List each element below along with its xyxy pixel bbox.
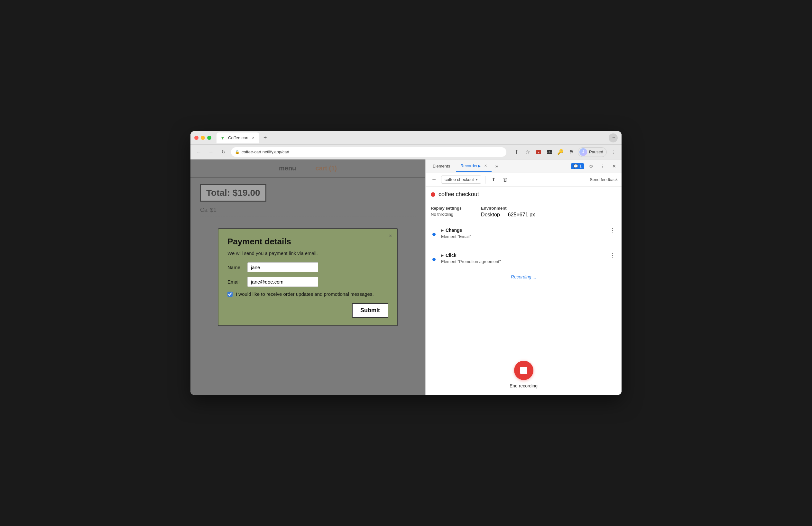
url-text: coffee-cart.netlify.app/cart [242, 150, 503, 154]
toolbar-separator [485, 176, 485, 184]
event-more-button-1[interactable]: ⋮ [609, 226, 617, 234]
chat-count: 1 [579, 164, 582, 168]
devtools-more-button[interactable]: » [493, 163, 501, 169]
devtools-right-icons: 💬 1 ⚙ ⋮ ✕ [571, 161, 619, 171]
recording-title: coffee checkout [438, 191, 479, 198]
event-element-1: Element "Email" [441, 234, 617, 239]
recorder-toolbar: + coffee checkout ▾ ⬆ 🗑 Send feedback [426, 173, 622, 186]
event-change: ▶ Change ⋮ Element "Email" [426, 224, 622, 249]
submit-button[interactable]: Submit [352, 303, 388, 318]
event-timeline-2 [431, 252, 437, 262]
profile-button[interactable]: J Paused [578, 147, 607, 157]
share-icon[interactable]: ⬆ [512, 148, 521, 156]
checkbox-row: I would like to receive order updates an… [228, 291, 388, 297]
elements-tab-label: Elements [433, 164, 450, 168]
devtools-panel: Elements Recorder ▶ ✕ » 💬 1 ⚙ ⋮ ✕ [425, 160, 622, 395]
payment-modal: × Payment details We will send you a pay… [218, 228, 398, 326]
chat-icon: 💬 [573, 164, 578, 168]
extension-icon-4[interactable]: ⚑ [567, 148, 576, 156]
event-element-2: Element "Promotion agreement" [441, 259, 617, 264]
delete-icon: 🗑 [503, 177, 508, 182]
event-header-1[interactable]: ▶ Change ⋮ [441, 226, 617, 234]
lock-icon: 🔒 [235, 150, 240, 154]
event-dot-1 [432, 233, 436, 236]
customize-chrome-button[interactable]: ⋯ [609, 133, 618, 142]
promotion-checkbox[interactable] [228, 291, 233, 297]
no-throttling-value: No throttling [431, 212, 462, 217]
reload-button[interactable]: ↻ [219, 148, 228, 156]
name-input[interactable] [247, 262, 318, 272]
email-input[interactable] [247, 277, 318, 287]
extension-icon-3[interactable]: 🔑 [556, 148, 565, 156]
webpage-panel: menu cart (1) Total: $19.00 Ca $1 — — — … [190, 160, 425, 395]
event-dot-2 [432, 258, 436, 261]
devtools-close-button[interactable]: ✕ [609, 161, 619, 171]
tab-bar: ▼ Coffee cart ✕ + [217, 133, 606, 144]
email-label: Email [228, 279, 244, 285]
delete-button[interactable]: 🗑 [501, 175, 510, 184]
event-more-button-2[interactable]: ⋮ [609, 252, 617, 259]
event-header-2[interactable]: ▶ Click ⋮ [441, 252, 617, 259]
browser-tab[interactable]: ▼ Coffee cart ✕ [217, 133, 259, 144]
tab-elements[interactable]: Elements [428, 161, 454, 172]
chat-badge[interactable]: 💬 1 [571, 163, 584, 169]
checkbox-label[interactable]: I would like to receive order updates an… [236, 291, 374, 297]
new-tab-button[interactable]: + [261, 133, 270, 142]
close-traffic-light[interactable] [194, 136, 199, 140]
extension-icon-2[interactable]: </> [545, 148, 554, 156]
export-button[interactable]: ⬆ [489, 175, 498, 184]
expand-arrow-2: ▶ [441, 253, 444, 257]
dimensions-label: 625×671 px [508, 212, 535, 218]
address-input[interactable]: 🔒 coffee-cart.netlify.app/cart [231, 147, 506, 157]
paused-label: Paused [589, 150, 603, 154]
recorder-content[interactable]: coffee checkout Replay settings No throt… [426, 186, 622, 354]
recording-status-text: Recording ... [511, 274, 536, 280]
event-type-2: Click [446, 253, 456, 258]
modal-close-button[interactable]: × [389, 233, 392, 240]
tab-label: Coffee cart [228, 135, 248, 140]
modal-overlay: × Payment details We will send you a pay… [190, 160, 425, 395]
export-icon: ⬆ [492, 177, 496, 183]
tab-recorder[interactable]: Recorder ▶ ✕ [456, 161, 491, 172]
replay-settings-label: Replay settings [431, 206, 462, 211]
add-recording-button[interactable]: + [430, 175, 438, 184]
email-field-row: Email [228, 277, 388, 287]
recording-status: Recording ... [426, 269, 622, 285]
event-body-1: ▶ Change ⋮ Element "Email" [441, 226, 617, 239]
extension-icon-1[interactable]: e [534, 148, 543, 156]
avatar: J [579, 148, 587, 156]
recording-status-dot [431, 192, 435, 197]
send-feedback-link[interactable]: Send feedback [590, 177, 618, 182]
event-line-bottom-1 [434, 237, 434, 246]
devtools-more-options[interactable]: ⋮ [598, 161, 607, 171]
recording-name: coffee checkout [445, 177, 474, 182]
browser-window: ▼ Coffee cart ✕ + ⋯ ← → ↻ 🔒 coffee-cart.… [190, 131, 622, 395]
more-button[interactable]: ⋮ [609, 148, 618, 156]
bookmark-icon[interactable]: ☆ [523, 148, 532, 156]
svg-text:</>: </> [547, 151, 551, 154]
end-recording-label: End recording [510, 383, 538, 388]
devtools-settings-button[interactable]: ⚙ [586, 161, 596, 171]
minimize-traffic-light[interactable] [201, 136, 205, 140]
expand-arrow-1: ▶ [441, 228, 444, 232]
desktop-label: Desktop [481, 212, 500, 218]
modal-title: Payment details [228, 237, 388, 246]
end-recording-area: End recording [426, 354, 622, 395]
event-line-top-2 [434, 252, 434, 257]
recorder-tab-close[interactable]: ✕ [484, 164, 487, 168]
window-controls-right: ⋯ [609, 133, 618, 142]
back-button[interactable]: ← [194, 148, 203, 156]
recording-select[interactable]: coffee checkout ▾ [441, 176, 481, 184]
toolbar-icons: ⬆ ☆ e </> 🔑 ⚑ J Paused ⋮ [512, 147, 618, 157]
maximize-traffic-light[interactable] [207, 136, 212, 140]
forward-button[interactable]: → [206, 148, 216, 156]
title-bar: ▼ Coffee cart ✕ + ⋯ [190, 131, 622, 145]
tab-favicon: ▼ [220, 135, 226, 140]
tab-close-button[interactable]: ✕ [251, 136, 256, 140]
replay-settings-group: Replay settings No throttling [431, 206, 462, 218]
replay-settings-row: Replay settings No throttling Environmen… [426, 201, 622, 221]
environment-label: Environment [481, 206, 535, 211]
traffic-lights [194, 136, 212, 140]
end-recording-button[interactable] [514, 361, 533, 380]
address-bar: ← → ↻ 🔒 coffee-cart.netlify.app/cart ⬆ ☆… [190, 145, 622, 160]
